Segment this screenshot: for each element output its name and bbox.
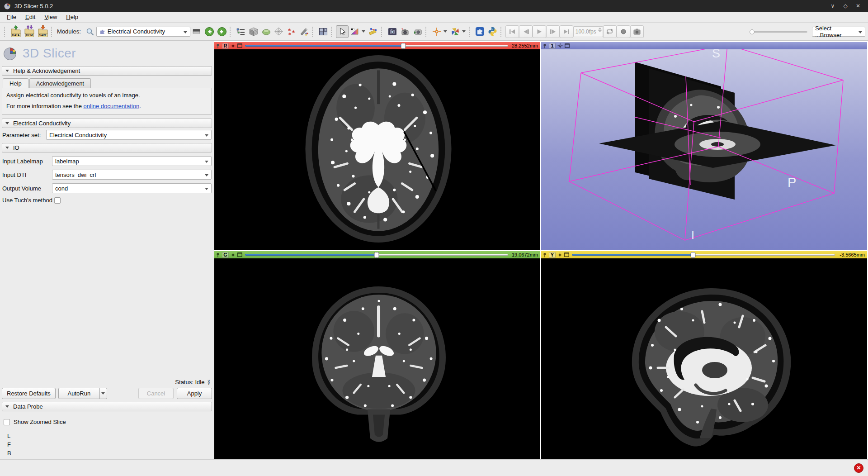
pin-icon[interactable] xyxy=(216,43,220,48)
yellow-slice-slider[interactable] xyxy=(571,252,836,258)
slice-intersections-caret-icon[interactable] xyxy=(462,30,466,33)
autorun-button[interactable]: AutoRun xyxy=(58,388,100,399)
window-level-button[interactable] xyxy=(349,25,361,38)
module-back-button[interactable] xyxy=(203,25,216,38)
extensions-manager-button[interactable] xyxy=(474,25,486,38)
pin-icon[interactable] xyxy=(542,43,547,48)
sequence-record-button[interactable] xyxy=(617,25,630,38)
status-collapse-icon[interactable]: ∨∨ xyxy=(207,380,210,385)
restore-defaults-button[interactable]: Restore Defaults xyxy=(2,388,56,399)
module-history-button[interactable] xyxy=(190,25,203,38)
sequence-snapshot-button[interactable] xyxy=(630,25,644,38)
fiducial-toggle-icon[interactable] xyxy=(231,43,236,48)
fps-spin-arrows-icon[interactable] xyxy=(598,28,602,32)
load-dicom-button[interactable]: DCM xyxy=(23,25,36,38)
slice-intersections-button[interactable] xyxy=(449,25,462,38)
fiducial-toggle-icon[interactable] xyxy=(231,252,236,257)
module-section-header[interactable]: Electrical Conductivity xyxy=(2,119,212,128)
green-view-label[interactable]: G xyxy=(222,252,229,258)
menu-bar: File Edit View Help xyxy=(0,12,868,23)
place-markups-button[interactable] xyxy=(367,25,380,38)
close-button[interactable]: ✕ xyxy=(852,3,864,9)
data-probe-header[interactable]: Data Probe xyxy=(2,402,212,411)
cancel-button[interactable]: Cancel xyxy=(138,388,174,399)
yellow-view-label[interactable]: Y xyxy=(549,252,556,258)
online-documentation-link[interactable]: online documentation xyxy=(84,103,140,109)
menu-file[interactable]: File xyxy=(3,13,20,21)
sequence-browser-selector[interactable]: Select ...Browser xyxy=(812,27,865,37)
crosshair-caret-icon[interactable] xyxy=(443,30,447,33)
show-zoomed-slice-checkbox[interactable] xyxy=(4,419,10,425)
view-menu-icon[interactable] xyxy=(565,43,570,48)
fiducial-toggle-icon[interactable] xyxy=(557,252,562,257)
sequence-seek-slider[interactable] xyxy=(750,28,807,35)
input-labelmap-selector[interactable]: labelmap xyxy=(52,156,212,166)
module-search-button[interactable] xyxy=(84,25,96,38)
sequence-prev-frame-button[interactable] xyxy=(519,25,533,38)
scene-view-restore-button[interactable] xyxy=(411,25,424,38)
sequence-seek-handle[interactable] xyxy=(750,29,755,34)
slicer-logo: 3D Slicer xyxy=(3,44,211,62)
center-view-icon[interactable] xyxy=(557,43,563,48)
favorite-data-module-button[interactable] xyxy=(235,25,247,38)
sequence-next-frame-button[interactable] xyxy=(546,25,560,38)
error-log-button[interactable]: ✕ xyxy=(854,463,863,473)
green-slice-canvas[interactable] xyxy=(214,258,540,459)
red-view-label[interactable]: R xyxy=(222,43,229,49)
tab-help[interactable]: Help xyxy=(3,78,28,88)
tuch-method-checkbox[interactable] xyxy=(54,197,61,204)
red-slice-canvas[interactable] xyxy=(214,49,540,250)
scene-view-capture-button[interactable] xyxy=(399,25,411,38)
menu-edit[interactable]: Edit xyxy=(21,13,39,21)
threed-view-label[interactable]: 1 xyxy=(549,43,556,49)
window-level-icon xyxy=(350,28,359,35)
red-slice-slider-handle[interactable] xyxy=(401,43,406,49)
threed-canvas[interactable]: S P I xyxy=(541,49,867,250)
view-menu-icon[interactable] xyxy=(564,252,569,257)
sequence-first-frame-button[interactable] xyxy=(505,25,519,38)
pin-icon[interactable] xyxy=(216,252,220,257)
pointer-mode-button[interactable] xyxy=(336,25,349,38)
python-console-button[interactable] xyxy=(486,25,499,38)
output-volume-selector[interactable]: cond xyxy=(52,183,212,193)
view-menu-icon[interactable] xyxy=(237,43,242,48)
module-selector[interactable]: Electrical Conductivity xyxy=(96,27,190,37)
pin-icon[interactable] xyxy=(542,252,547,257)
sequence-play-button[interactable] xyxy=(533,25,546,38)
module-forward-button[interactable] xyxy=(216,25,228,38)
sequence-loop-button[interactable] xyxy=(603,25,617,38)
green-slice-slider[interactable] xyxy=(244,252,509,258)
minimize-button[interactable]: ∨ xyxy=(826,3,839,9)
menu-view[interactable]: View xyxy=(40,13,61,21)
red-slice-slider[interactable] xyxy=(244,43,509,49)
view-menu-icon[interactable] xyxy=(237,252,242,257)
crosshair-button[interactable] xyxy=(430,25,443,38)
yellow-slice-view: Y -3.5665mm xyxy=(541,251,867,459)
green-slice-slider-handle[interactable] xyxy=(374,252,379,258)
help-section-header[interactable]: Help & Acknowledgement xyxy=(2,66,212,76)
maximize-button[interactable]: ◇ xyxy=(839,3,852,9)
apply-button[interactable]: Apply xyxy=(177,388,212,399)
sequence-fps-spinbox[interactable]: 100.0fps xyxy=(573,26,603,37)
menu-help[interactable]: Help xyxy=(62,13,82,21)
favorite-volumes-module-button[interactable] xyxy=(247,25,260,38)
save-button[interactable]: SAVE xyxy=(36,25,50,38)
sequence-last-frame-button[interactable] xyxy=(560,25,573,38)
favorite-models-module-button[interactable] xyxy=(260,25,273,38)
yellow-slice-slider-handle[interactable] xyxy=(690,252,695,258)
output-volume-row: Output Volume cond xyxy=(2,183,212,193)
window-level-caret-icon[interactable] xyxy=(362,30,365,33)
capture-screenshot-button[interactable] xyxy=(386,25,399,38)
yellow-slice-canvas[interactable] xyxy=(541,258,867,459)
tab-acknowledgement[interactable]: Acknowledgement xyxy=(29,78,91,88)
input-dti-selector[interactable]: tensors_dwi_crl xyxy=(52,170,212,180)
load-data-button[interactable]: DATA xyxy=(9,25,23,38)
io-section-header[interactable]: IO xyxy=(2,143,212,152)
snapshot-camera-icon xyxy=(633,29,641,35)
parameter-set-selector[interactable]: Electrical Conductivity xyxy=(46,130,212,140)
favorite-transforms-module-button[interactable] xyxy=(273,25,285,38)
favorite-annotations-module-button[interactable] xyxy=(298,25,311,38)
favorite-markups-module-button[interactable] xyxy=(285,25,298,38)
autorun-dropdown[interactable] xyxy=(100,388,107,399)
layout-selector-button[interactable] xyxy=(317,25,330,38)
